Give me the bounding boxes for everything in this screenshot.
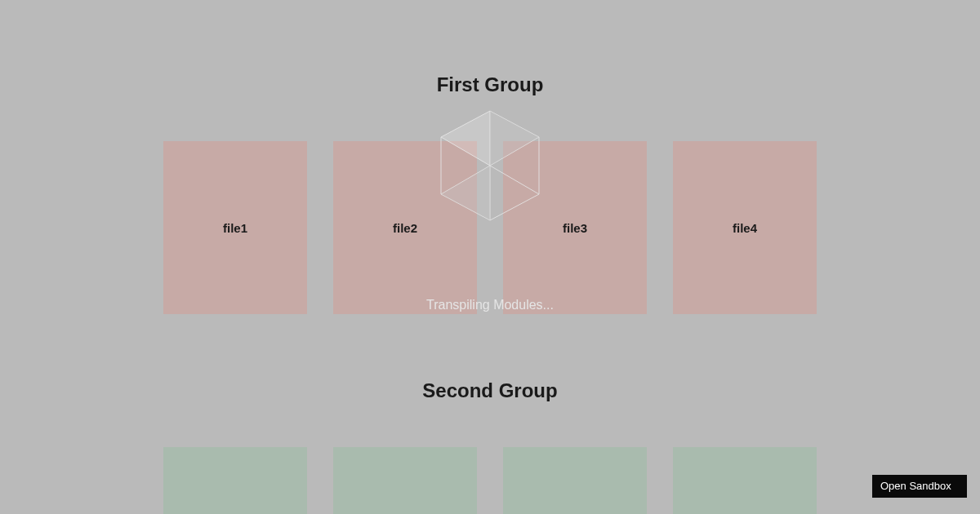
file-card-label: file2 xyxy=(393,221,417,235)
cards-row xyxy=(163,447,817,514)
file-card[interactable]: file2 xyxy=(333,141,477,314)
group-second: Second Group xyxy=(0,379,980,514)
open-sandbox-button[interactable]: Open Sandbox xyxy=(872,475,967,498)
file-card[interactable] xyxy=(673,447,817,514)
file-card[interactable] xyxy=(503,447,647,514)
file-card-label: file4 xyxy=(733,221,757,235)
file-card-label: file1 xyxy=(223,221,247,235)
file-card[interactable]: file4 xyxy=(673,141,817,314)
file-card[interactable] xyxy=(333,447,477,514)
file-card[interactable] xyxy=(163,447,307,514)
cards-row: file1 file2 file3 file4 xyxy=(163,141,817,314)
file-card-label: file3 xyxy=(563,221,587,235)
group-first: First Group file1 file2 file3 file4 xyxy=(0,73,980,314)
main-container: First Group file1 file2 file3 file4 Seco… xyxy=(0,0,980,514)
file-card[interactable]: file3 xyxy=(503,141,647,314)
group-title: Second Group xyxy=(422,379,557,402)
file-card[interactable]: file1 xyxy=(163,141,307,314)
group-title: First Group xyxy=(437,73,544,96)
